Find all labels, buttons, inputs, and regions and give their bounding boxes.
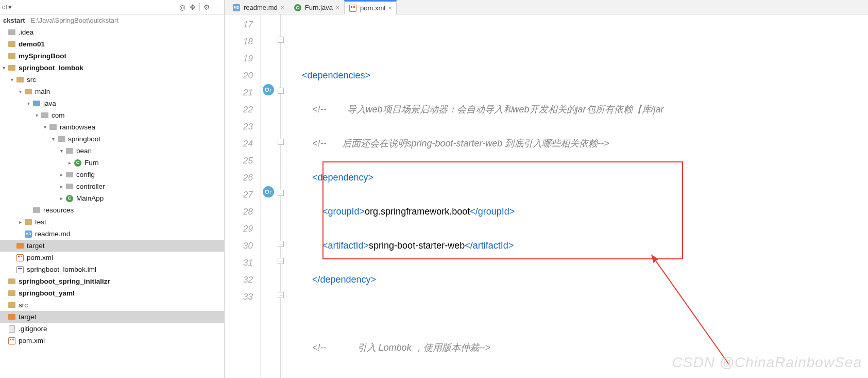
- line-number: 31: [225, 254, 253, 271]
- xml-tag: <dependency>: [312, 172, 373, 183]
- fold-toggle[interactable]: −: [278, 88, 284, 94]
- xml-icon: [15, 253, 25, 262]
- tree-arrow-icon[interactable]: ▾: [0, 62, 7, 74]
- close-icon[interactable]: ×: [336, 4, 339, 11]
- tree-item-myspringboot[interactable]: mySpringBoot: [0, 50, 224, 62]
- code-content[interactable]: <dependencies> <!-- 导入web项目场景启动器：会自动导入和w…: [286, 14, 868, 378]
- tab-furn-java[interactable]: CFurn.java×: [289, 1, 344, 14]
- line-number: 29: [225, 220, 253, 237]
- tree-item-pom-xml[interactable]: pom.xml: [0, 335, 224, 347]
- tree-item-label: com: [52, 109, 65, 121]
- tree-item-label: target: [27, 240, 45, 252]
- tree-item-target[interactable]: target: [0, 240, 224, 252]
- tab-label: pom.xml: [360, 4, 385, 12]
- folder-gray-icon: [65, 170, 74, 179]
- fold-toggle[interactable]: −: [278, 258, 284, 264]
- line-number: 28: [225, 203, 253, 220]
- fold-toggle[interactable]: −: [278, 37, 284, 43]
- run-gutter-icon[interactable]: O↑: [263, 84, 274, 95]
- tree-arrow-icon[interactable]: ▸: [16, 216, 24, 228]
- tree-item-readme-md[interactable]: MDreadme.md: [0, 228, 224, 240]
- tree-item-rainbowsea[interactable]: ▾rainbowsea: [0, 121, 224, 133]
- tree-arrow-icon[interactable]: ▾: [58, 145, 65, 157]
- folder-orange-icon: [15, 241, 25, 251]
- java-icon: C: [73, 158, 82, 168]
- code-editor[interactable]: 1718192021222324252627282930313233 O↑ O↑…: [225, 14, 868, 378]
- tree-item-config[interactable]: ▸config: [0, 169, 224, 180]
- tree-arrow-icon[interactable]: ▾: [41, 121, 48, 133]
- tree-item-java[interactable]: ▾java: [0, 97, 224, 109]
- line-number: 27: [225, 186, 253, 203]
- tree-item-test[interactable]: ▸test: [0, 216, 224, 228]
- tree-item-furn[interactable]: ▸CFurn: [0, 157, 224, 169]
- tree-item-pom-xml[interactable]: pom.xml: [0, 252, 224, 264]
- tree-arrow-icon[interactable]: ▸: [58, 192, 65, 204]
- tree-item-springboot-lombok[interactable]: ▾springboot_lombok: [0, 62, 224, 74]
- folder-icon: [7, 289, 16, 298]
- close-icon[interactable]: ×: [281, 4, 284, 11]
- xml-comment: <!-- 后面还会在说明spring-boot-starter-web 到底引入…: [312, 138, 609, 149]
- tree-item-demo01[interactable]: demo01: [0, 38, 224, 50]
- collapse-icon[interactable]: —: [212, 2, 222, 12]
- tree-item-label: springboot_yaml: [19, 287, 75, 299]
- tree-arrow-icon[interactable]: ▾: [49, 133, 57, 145]
- file-icon: [7, 324, 16, 334]
- tree-item-target[interactable]: target: [0, 311, 224, 323]
- tree-item-src[interactable]: ▾src: [0, 74, 224, 86]
- tree-item-resources[interactable]: resources: [0, 204, 224, 216]
- folder-icon: [7, 40, 16, 49]
- tree-item-label: demo01: [19, 38, 45, 50]
- project-combo[interactable]: ct ▾: [2, 3, 12, 11]
- project-tree[interactable]: .ideademo01mySpringBoot▾springboot_lombo…: [0, 26, 224, 378]
- line-number: 20: [225, 67, 253, 84]
- tree-arrow-icon[interactable]: ▸: [58, 180, 65, 192]
- expand-icon[interactable]: ✥: [188, 2, 198, 12]
- fold-toggle[interactable]: −: [278, 241, 284, 247]
- xml-tag: </dependency>: [312, 274, 376, 285]
- tree-arrow-icon[interactable]: ▾: [8, 74, 15, 86]
- project-sidebar: ct ▾ ◎ ✥ ⚙ — ckstart E:\Java\SpringBoot\…: [0, 0, 225, 378]
- project-path: ckstart E:\Java\SpringBoot\quickstart: [0, 14, 224, 26]
- tree-item-springboot[interactable]: ▾springboot: [0, 133, 224, 145]
- tree-item-controller[interactable]: ▸controller: [0, 180, 224, 192]
- folder-icon: [15, 75, 25, 85]
- tree-item-bean[interactable]: ▾bean: [0, 145, 224, 157]
- fold-toggle[interactable]: −: [278, 292, 284, 298]
- tree-item-label: java: [43, 97, 56, 109]
- tree-item--idea[interactable]: .idea: [0, 26, 224, 38]
- tree-item-label: src: [19, 299, 28, 311]
- gear-icon[interactable]: ⚙: [201, 2, 212, 12]
- tree-item-springboot-spring-initializr[interactable]: springboot_spring_initializr: [0, 275, 224, 287]
- tree-item-springboot-yaml[interactable]: springboot_yaml: [0, 287, 224, 299]
- line-number: 32: [225, 271, 253, 288]
- run-gutter-icon[interactable]: O↑: [263, 186, 274, 198]
- tree-arrow-icon[interactable]: ▾: [33, 109, 40, 121]
- locate-icon[interactable]: ◎: [177, 2, 188, 12]
- fold-toggle[interactable]: −: [278, 139, 284, 145]
- tree-item-label: target: [19, 311, 37, 323]
- folder-icon: [7, 301, 16, 310]
- tree-item--gitignore[interactable]: .gitignore: [0, 323, 224, 335]
- close-icon[interactable]: ×: [388, 5, 392, 12]
- tree-arrow-icon[interactable]: ▸: [66, 157, 73, 169]
- tree-item-src[interactable]: src: [0, 299, 224, 311]
- tab-pom-xml[interactable]: pom.xml×: [344, 0, 397, 14]
- tab-readme-md[interactable]: MDreadme.md×: [228, 1, 289, 14]
- tree-item-label: springboot_lombok: [19, 62, 83, 74]
- tree-arrow-icon[interactable]: ▸: [58, 169, 65, 180]
- line-number: 22: [225, 101, 253, 118]
- tree-item-com[interactable]: ▾com: [0, 109, 224, 121]
- tree-item-springboot-lombok-iml[interactable]: springboot_lombok.iml: [0, 264, 224, 275]
- tree-arrow-icon[interactable]: ▾: [16, 86, 24, 97]
- folder-icon: [7, 63, 16, 73]
- line-number: 19: [225, 50, 253, 67]
- tree-item-label: main: [35, 86, 50, 97]
- tree-item-mainapp[interactable]: ▸CMainApp: [0, 192, 224, 204]
- tree-arrow-icon[interactable]: ▾: [25, 97, 32, 109]
- xml-tag: <dependencies>: [302, 70, 370, 80]
- tree-item-main[interactable]: ▾main: [0, 86, 224, 97]
- fold-toggle[interactable]: −: [278, 190, 284, 196]
- line-number: 24: [225, 135, 253, 152]
- tree-item-label: mySpringBoot: [19, 50, 66, 62]
- xml-text: org.springframework.boot: [365, 206, 470, 217]
